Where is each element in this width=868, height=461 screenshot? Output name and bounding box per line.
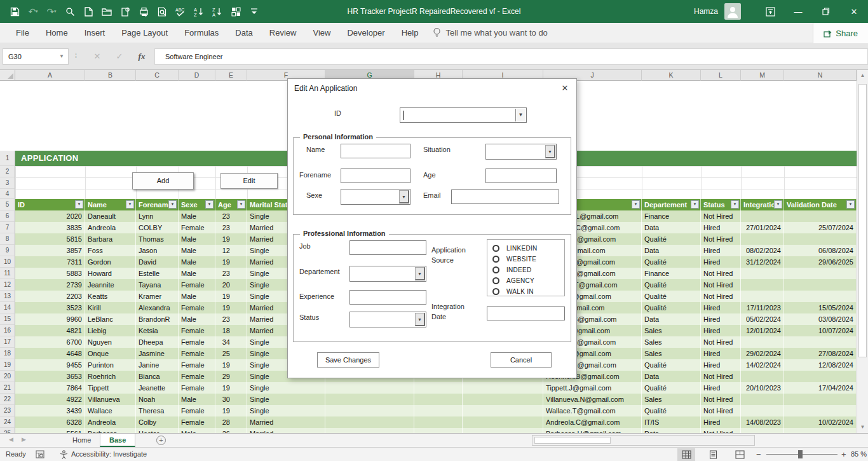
- cell-C8[interactable]: Thomas: [136, 233, 179, 245]
- cell-M13[interactable]: [741, 291, 784, 302]
- quick-print-icon[interactable]: [138, 6, 149, 17]
- cell-E16[interactable]: 18: [215, 325, 247, 336]
- vertical-scroll-thumb[interactable]: [858, 84, 867, 357]
- cell-L14[interactable]: Hired: [701, 302, 741, 313]
- column-header-K[interactable]: K: [642, 70, 701, 81]
- cell-B9[interactable]: Foss: [85, 245, 136, 256]
- spelling-icon[interactable]: ABC: [175, 6, 186, 17]
- filter-icon[interactable]: ▼: [691, 200, 699, 209]
- cell-L23[interactable]: Not Hired: [701, 405, 741, 416]
- cell-D15[interactable]: Male: [179, 313, 215, 325]
- cell-C11[interactable]: Estelle: [136, 268, 179, 279]
- cell-H24[interactable]: [414, 416, 463, 428]
- id-dropdown-icon[interactable]: ▼: [515, 109, 526, 121]
- cell-L17[interactable]: Not Hired: [701, 336, 741, 348]
- row-header-13[interactable]: 13: [0, 291, 15, 302]
- cell-E21[interactable]: 19: [215, 382, 247, 394]
- filter-icon[interactable]: ▼: [205, 200, 214, 209]
- cell-K20[interactable]: Data: [642, 371, 701, 382]
- cell-M19[interactable]: 14/02/2024: [741, 359, 784, 371]
- cell-A19[interactable]: 9455: [15, 359, 85, 371]
- row-header-14[interactable]: 14: [0, 302, 15, 313]
- cell-I24[interactable]: [463, 416, 543, 428]
- situation-combobox[interactable]: ▼: [485, 144, 557, 160]
- cell-M21[interactable]: 20/10/2023: [741, 382, 784, 394]
- cell-C20[interactable]: Bianca: [136, 371, 179, 382]
- attach-file-icon[interactable]: [119, 6, 131, 17]
- row-header-15[interactable]: 15: [0, 313, 15, 325]
- column-header-N[interactable]: N: [784, 70, 857, 81]
- cell-N22[interactable]: [784, 394, 857, 405]
- cell-K13[interactable]: Qualité: [642, 291, 701, 302]
- cell-N6[interactable]: [784, 210, 857, 222]
- zoom-out-icon[interactable]: −: [756, 448, 761, 461]
- cell-B22[interactable]: Villanueva: [85, 394, 136, 405]
- cell-C7[interactable]: COLBY: [136, 222, 179, 233]
- row-header-16[interactable]: 16: [0, 325, 15, 336]
- email-field[interactable]: [451, 189, 559, 204]
- filter-icon[interactable]: ▼: [632, 200, 640, 209]
- sheet-nav-left-icon[interactable]: ◀: [9, 436, 13, 443]
- table-header-Status[interactable]: Status▼: [701, 199, 741, 210]
- user-name[interactable]: Hamza: [694, 7, 718, 16]
- ribbon-display-options-icon[interactable]: [756, 0, 784, 23]
- cell-A18[interactable]: 4648: [15, 348, 85, 359]
- cell-B14[interactable]: Kirill: [85, 302, 136, 313]
- cell-L10[interactable]: Hired: [701, 256, 741, 268]
- cell-C21[interactable]: Jeanette: [136, 382, 179, 394]
- cell-M8[interactable]: [741, 233, 784, 245]
- normal-view-icon[interactable]: [677, 448, 695, 461]
- cell-C23[interactable]: Theresa: [136, 405, 179, 416]
- tab-help[interactable]: Help: [393, 23, 427, 43]
- sheet-nav-right-icon[interactable]: ▶: [22, 436, 26, 443]
- accessibility-status[interactable]: Accessibility: Investigate: [71, 448, 147, 461]
- departement-dropdown-icon[interactable]: ▼: [415, 267, 425, 280]
- cell-K7[interactable]: Data: [642, 222, 701, 233]
- column-header-E[interactable]: E: [215, 70, 247, 81]
- row-header-1[interactable]: 1: [0, 151, 15, 166]
- cell-J21[interactable]: Tippett.J@gmail.com: [543, 382, 642, 394]
- cell-E11[interactable]: 23: [215, 268, 247, 279]
- cell-B11[interactable]: Howard: [85, 268, 136, 279]
- cell-D9[interactable]: Male: [179, 245, 215, 256]
- radio-indeed[interactable]: [492, 266, 499, 273]
- cell-D23[interactable]: Female: [179, 405, 215, 416]
- cell-F21[interactable]: Single: [247, 382, 325, 394]
- filter-icon[interactable]: ▼: [168, 200, 177, 209]
- tab-page-layout[interactable]: Page Layout: [113, 23, 176, 43]
- cell-N20[interactable]: [784, 371, 857, 382]
- situation-dropdown-icon[interactable]: ▼: [545, 145, 555, 158]
- cell-N17[interactable]: [784, 336, 857, 348]
- cell-N23[interactable]: [784, 405, 857, 416]
- cell-K25[interactable]: Data: [642, 428, 701, 433]
- minimize-button[interactable]: —: [784, 0, 812, 23]
- new-sheet-icon[interactable]: +: [156, 436, 166, 445]
- cell-D6[interactable]: Male: [179, 210, 215, 222]
- cell-D25[interactable]: Male: [179, 428, 215, 433]
- cell-K10[interactable]: Qualité: [642, 256, 701, 268]
- table-header-Forename[interactable]: Forename▼: [136, 199, 179, 210]
- cell-A9[interactable]: 3857: [15, 245, 85, 256]
- cell-N24[interactable]: 10/02/2024: [784, 416, 857, 428]
- cell-D20[interactable]: Female: [179, 371, 215, 382]
- cell-C10[interactable]: David: [136, 256, 179, 268]
- cell-M7[interactable]: 27/01/2024: [741, 222, 784, 233]
- integration-date-field[interactable]: [487, 306, 565, 320]
- cell-E12[interactable]: 20: [215, 279, 247, 291]
- cell-K17[interactable]: Sales: [642, 336, 701, 348]
- column-header-C[interactable]: C: [136, 70, 179, 81]
- row-header-5[interactable]: 5: [0, 199, 15, 210]
- row-header-4[interactable]: 4: [0, 189, 15, 199]
- row-header-20[interactable]: 20: [0, 371, 15, 382]
- cell-H23[interactable]: [414, 405, 463, 416]
- cell-E8[interactable]: 19: [215, 233, 247, 245]
- column-header-A[interactable]: A: [15, 70, 85, 81]
- cell-E22[interactable]: 30: [215, 394, 247, 405]
- cell-K22[interactable]: Sales: [642, 394, 701, 405]
- cell-E19[interactable]: 19: [215, 359, 247, 371]
- cell-M9[interactable]: 08/02/2024: [741, 245, 784, 256]
- cell-C18[interactable]: Jasmine: [136, 348, 179, 359]
- radio-website[interactable]: [492, 256, 499, 263]
- cell-M22[interactable]: [741, 394, 784, 405]
- cell-L6[interactable]: Not Hired: [701, 210, 741, 222]
